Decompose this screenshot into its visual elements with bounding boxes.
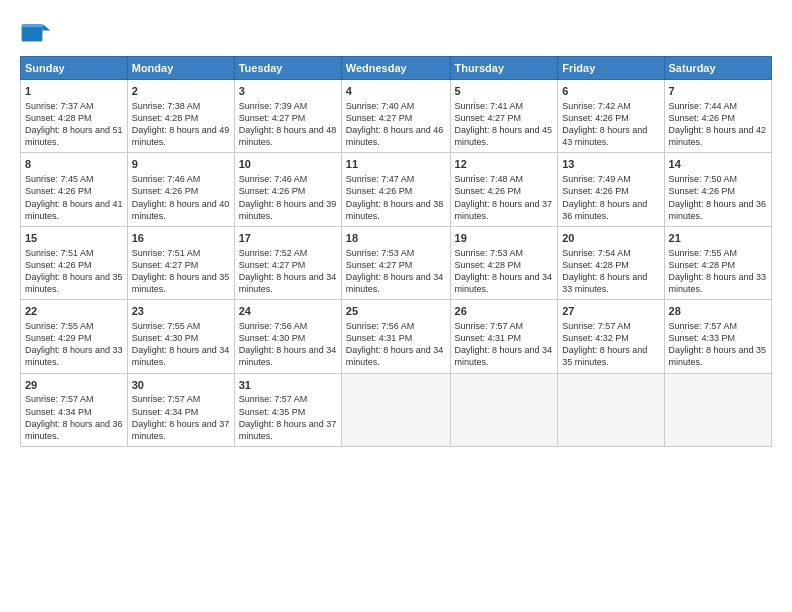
daylight: Daylight: 8 hours and 34 minutes.	[455, 345, 553, 367]
sunrise: Sunrise: 7:50 AM	[669, 174, 738, 184]
sunrise: Sunrise: 7:57 AM	[562, 321, 631, 331]
dow-header: Saturday	[664, 57, 771, 80]
day-number: 21	[669, 231, 767, 246]
sunset: Sunset: 4:31 PM	[455, 333, 522, 343]
day-number: 6	[562, 84, 659, 99]
dow-header: Friday	[558, 57, 664, 80]
day-number: 4	[346, 84, 446, 99]
sunset: Sunset: 4:30 PM	[132, 333, 199, 343]
calendar-cell: 14Sunrise: 7:50 AMSunset: 4:26 PMDayligh…	[664, 153, 771, 226]
daylight: Daylight: 8 hours and 33 minutes.	[669, 272, 767, 294]
day-number: 27	[562, 304, 659, 319]
daylight: Daylight: 8 hours and 34 minutes.	[346, 272, 444, 294]
sunset: Sunset: 4:26 PM	[669, 113, 736, 123]
sunset: Sunset: 4:26 PM	[562, 113, 629, 123]
day-number: 29	[25, 378, 123, 393]
daylight: Daylight: 8 hours and 33 minutes.	[562, 272, 647, 294]
day-number: 8	[25, 157, 123, 172]
calendar-cell	[450, 373, 558, 446]
daylight: Daylight: 8 hours and 43 minutes.	[562, 125, 647, 147]
sunrise: Sunrise: 7:56 AM	[346, 321, 415, 331]
day-number: 15	[25, 231, 123, 246]
day-number: 25	[346, 304, 446, 319]
calendar-cell: 6Sunrise: 7:42 AMSunset: 4:26 PMDaylight…	[558, 80, 664, 153]
calendar-cell: 15Sunrise: 7:51 AMSunset: 4:26 PMDayligh…	[21, 226, 128, 299]
calendar-cell: 28Sunrise: 7:57 AMSunset: 4:33 PMDayligh…	[664, 300, 771, 373]
day-number: 22	[25, 304, 123, 319]
logo-icon	[20, 16, 52, 48]
sunset: Sunset: 4:28 PM	[25, 113, 92, 123]
daylight: Daylight: 8 hours and 34 minutes.	[455, 272, 553, 294]
daylight: Daylight: 8 hours and 35 minutes.	[669, 345, 767, 367]
daylight: Daylight: 8 hours and 34 minutes.	[239, 345, 337, 367]
daylight: Daylight: 8 hours and 34 minutes.	[132, 345, 230, 367]
day-number: 13	[562, 157, 659, 172]
day-number: 14	[669, 157, 767, 172]
day-number: 23	[132, 304, 230, 319]
dow-header: Monday	[127, 57, 234, 80]
calendar-cell: 27Sunrise: 7:57 AMSunset: 4:32 PMDayligh…	[558, 300, 664, 373]
day-number: 3	[239, 84, 337, 99]
sunrise: Sunrise: 7:42 AM	[562, 101, 631, 111]
calendar-cell: 30Sunrise: 7:57 AMSunset: 4:34 PMDayligh…	[127, 373, 234, 446]
day-number: 2	[132, 84, 230, 99]
dow-header: Tuesday	[234, 57, 341, 80]
sunrise: Sunrise: 7:57 AM	[455, 321, 524, 331]
sunrise: Sunrise: 7:57 AM	[25, 394, 94, 404]
svg-marker-1	[42, 24, 50, 30]
sunrise: Sunrise: 7:40 AM	[346, 101, 415, 111]
sunrise: Sunrise: 7:39 AM	[239, 101, 308, 111]
svg-rect-2	[22, 24, 43, 27]
sunset: Sunset: 4:33 PM	[669, 333, 736, 343]
sunset: Sunset: 4:27 PM	[346, 113, 413, 123]
daylight: Daylight: 8 hours and 33 minutes.	[25, 345, 123, 367]
daylight: Daylight: 8 hours and 37 minutes.	[239, 419, 337, 441]
daylight: Daylight: 8 hours and 35 minutes.	[562, 345, 647, 367]
dow-header: Sunday	[21, 57, 128, 80]
calendar-cell: 9Sunrise: 7:46 AMSunset: 4:26 PMDaylight…	[127, 153, 234, 226]
daylight: Daylight: 8 hours and 37 minutes.	[132, 419, 230, 441]
calendar-cell: 12Sunrise: 7:48 AMSunset: 4:26 PMDayligh…	[450, 153, 558, 226]
daylight: Daylight: 8 hours and 40 minutes.	[132, 199, 230, 221]
day-number: 7	[669, 84, 767, 99]
sunset: Sunset: 4:32 PM	[562, 333, 629, 343]
daylight: Daylight: 8 hours and 35 minutes.	[132, 272, 230, 294]
sunrise: Sunrise: 7:48 AM	[455, 174, 524, 184]
day-number: 28	[669, 304, 767, 319]
sunrise: Sunrise: 7:55 AM	[132, 321, 201, 331]
calendar-cell: 22Sunrise: 7:55 AMSunset: 4:29 PMDayligh…	[21, 300, 128, 373]
day-number: 30	[132, 378, 230, 393]
calendar-cell: 3Sunrise: 7:39 AMSunset: 4:27 PMDaylight…	[234, 80, 341, 153]
calendar-table: SundayMondayTuesdayWednesdayThursdayFrid…	[20, 56, 772, 447]
sunrise: Sunrise: 7:53 AM	[455, 248, 524, 258]
sunset: Sunset: 4:27 PM	[132, 260, 199, 270]
sunrise: Sunrise: 7:37 AM	[25, 101, 94, 111]
sunset: Sunset: 4:34 PM	[25, 407, 92, 417]
sunrise: Sunrise: 7:46 AM	[132, 174, 201, 184]
calendar-cell: 20Sunrise: 7:54 AMSunset: 4:28 PMDayligh…	[558, 226, 664, 299]
sunrise: Sunrise: 7:51 AM	[25, 248, 94, 258]
calendar-cell: 31Sunrise: 7:57 AMSunset: 4:35 PMDayligh…	[234, 373, 341, 446]
sunrise: Sunrise: 7:57 AM	[132, 394, 201, 404]
calendar-cell: 29Sunrise: 7:57 AMSunset: 4:34 PMDayligh…	[21, 373, 128, 446]
calendar-cell: 4Sunrise: 7:40 AMSunset: 4:27 PMDaylight…	[341, 80, 450, 153]
calendar-week: 29Sunrise: 7:57 AMSunset: 4:34 PMDayligh…	[21, 373, 772, 446]
daylight: Daylight: 8 hours and 51 minutes.	[25, 125, 123, 147]
header	[20, 16, 772, 48]
calendar-cell: 21Sunrise: 7:55 AMSunset: 4:28 PMDayligh…	[664, 226, 771, 299]
sunset: Sunset: 4:26 PM	[669, 186, 736, 196]
daylight: Daylight: 8 hours and 41 minutes.	[25, 199, 123, 221]
sunrise: Sunrise: 7:45 AM	[25, 174, 94, 184]
day-number: 18	[346, 231, 446, 246]
sunset: Sunset: 4:29 PM	[25, 333, 92, 343]
sunrise: Sunrise: 7:57 AM	[239, 394, 308, 404]
daylight: Daylight: 8 hours and 49 minutes.	[132, 125, 230, 147]
calendar-cell	[341, 373, 450, 446]
sunset: Sunset: 4:26 PM	[346, 186, 413, 196]
sunrise: Sunrise: 7:41 AM	[455, 101, 524, 111]
sunset: Sunset: 4:26 PM	[25, 260, 92, 270]
day-number: 24	[239, 304, 337, 319]
calendar-cell: 7Sunrise: 7:44 AMSunset: 4:26 PMDaylight…	[664, 80, 771, 153]
day-number: 11	[346, 157, 446, 172]
sunset: Sunset: 4:27 PM	[455, 113, 522, 123]
